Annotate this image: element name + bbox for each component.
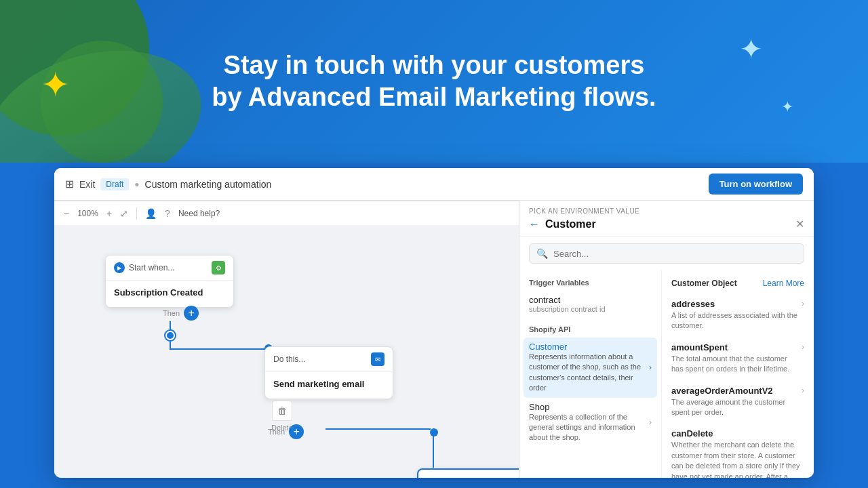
- amount-spent-chevron-icon: ›: [802, 342, 804, 352]
- panel-columns: Trigger Variables contract subscription …: [519, 270, 814, 478]
- addresses-chevron-icon: ›: [802, 299, 804, 308]
- zoom-out-icon[interactable]: −: [64, 208, 69, 219]
- person-icon[interactable]: 👤: [145, 208, 157, 219]
- delete-button[interactable]: 🗑: [272, 401, 292, 421]
- amount-spent-content: amountSpent The total amount that the cu…: [671, 342, 799, 375]
- learn-more-link[interactable]: Learn More: [763, 279, 804, 288]
- star-blue-large-icon: ✦: [739, 33, 763, 66]
- fit-icon[interactable]: ⤢: [120, 208, 128, 219]
- help-icon[interactable]: ?: [165, 208, 170, 219]
- customer-api-desc: Represents information about a customer …: [529, 352, 649, 394]
- start-node-header: ▶ Start when... ⚙: [106, 256, 233, 281]
- workflow-title: Custom marketing automation: [145, 179, 272, 190]
- app-window: ⊞ Exit Draft ● Custom marketing automati…: [54, 168, 814, 478]
- addresses-content: addresses A list of addresses associated…: [671, 299, 799, 331]
- amount-spent-item[interactable]: amountSpent The total amount that the cu…: [662, 337, 814, 380]
- zoom-in-icon[interactable]: +: [106, 208, 112, 219]
- panel-right-column: Customer Object Learn More addresses A l…: [662, 270, 814, 478]
- right-col-label: Customer Object: [671, 279, 737, 288]
- play-icon: ▶: [114, 262, 125, 273]
- panel-title-row: ← Customer ✕: [529, 218, 804, 230]
- do-node-label: Send marketing email: [273, 379, 384, 389]
- hero-section: ✦ ✦ ✦ Stay in touch with your customers …: [0, 0, 868, 163]
- do-node-title: Do this...: [273, 354, 305, 364]
- connector-dot-1: [165, 331, 175, 340]
- connector-dot-3: [430, 428, 438, 436]
- workflow-canvas: ▶ Start when... ⚙ Subscription Created T…: [54, 201, 519, 478]
- customer-api-item[interactable]: Customer Represents information about a …: [524, 338, 657, 398]
- turn-on-workflow-button[interactable]: Turn on workflow: [709, 174, 803, 195]
- avg-order-item[interactable]: averageOrderAmountV2 The average amount …: [662, 380, 814, 424]
- zoom-level: 100%: [77, 209, 98, 218]
- contract-var-name: contract: [529, 295, 652, 305]
- shop-api-desc: Represents a collection of the general s…: [529, 412, 649, 443]
- search-input[interactable]: [553, 249, 797, 259]
- back-arrow-icon[interactable]: ←: [529, 218, 540, 230]
- amount-spent-desc: The total amount that the customer has s…: [671, 354, 799, 375]
- can-delete-content: canDelete Whether the merchant can delet…: [671, 428, 804, 478]
- start-node-settings-icon[interactable]: ⚙: [212, 261, 225, 274]
- shop-api-content: Shop Represents a collection of the gene…: [529, 402, 649, 443]
- then-label-1: Then: [163, 309, 180, 317]
- start-node-title: ▶ Start when...: [114, 262, 174, 273]
- shop-chevron-icon: ›: [649, 418, 652, 427]
- shop-api-name: Shop: [529, 402, 649, 412]
- h-line-2: [326, 428, 431, 430]
- panel-back-title: ← Customer: [529, 218, 596, 230]
- then-connector-1: Then +: [163, 306, 199, 321]
- shopify-section-label: Shopify API: [519, 323, 661, 338]
- can-delete-desc: Whether the merchant can delete the cust…: [671, 440, 804, 478]
- avg-order-content: averageOrderAmountV2 The average amount …: [671, 386, 799, 418]
- exit-button[interactable]: Exit: [79, 179, 95, 190]
- start-node-body: Subscription Created: [106, 281, 233, 307]
- addresses-desc: A list of addresses associated with the …: [671, 310, 799, 331]
- bottom-divider: [136, 207, 137, 220]
- then-connector-2: Then +: [268, 424, 304, 439]
- add-step-1-button[interactable]: +: [184, 306, 199, 321]
- add-step-2-button[interactable]: +: [289, 424, 304, 439]
- addresses-item[interactable]: addresses A list of addresses associated…: [662, 293, 814, 337]
- do-node[interactable]: Do this... ✉ Send marketing email: [264, 346, 393, 399]
- hero-line2: by Advanced Email Marketing flows.: [212, 81, 656, 114]
- right-col-header: Customer Object Learn More: [662, 276, 814, 293]
- main-content: ▶ Start when... ⚙ Subscription Created T…: [54, 201, 814, 478]
- avg-order-desc: The average amount the customer spent pe…: [671, 397, 799, 418]
- panel-title: Customer: [545, 218, 596, 230]
- star-blue-tiny-icon: ✦: [781, 98, 793, 116]
- search-box: 🔍: [529, 243, 804, 264]
- bottom-bar: − 100% + ⤢ 👤 ? Need help?: [54, 201, 519, 225]
- then-label-2: Then: [268, 428, 285, 436]
- avg-order-name: averageOrderAmountV2: [671, 386, 799, 396]
- contract-var-item[interactable]: contract subscription contract id: [519, 291, 661, 317]
- shop-api-item[interactable]: Shop Represents a collection of the gene…: [519, 398, 661, 447]
- do-node-body: Send marketing email: [265, 372, 393, 399]
- customer-api-content: Customer Represents information about a …: [529, 342, 649, 394]
- panel-header: PICK AN ENVIRONMENT VALUE ← Customer ✕: [519, 201, 814, 237]
- right-panel: PICK AN ENVIRONMENT VALUE ← Customer ✕ 🔍…: [519, 201, 814, 478]
- start-node[interactable]: ▶ Start when... ⚙ Subscription Created: [105, 255, 234, 308]
- trigger-section-label: Trigger Variables: [519, 276, 661, 291]
- contract-var-sub: subscription contract id: [529, 305, 652, 313]
- check-node-header: Check if... ☑: [418, 470, 519, 478]
- do-node-header: Do this... ✉: [265, 347, 393, 372]
- toolbar: ⊞ Exit Draft ● Custom marketing automati…: [54, 168, 814, 201]
- check-node[interactable]: Check if... ☑ Select condition Then + Ot…: [417, 468, 519, 478]
- can-delete-item[interactable]: canDelete Whether the merchant can delet…: [662, 423, 814, 478]
- search-icon: 🔍: [536, 248, 548, 259]
- app-icon: ⊞: [65, 178, 74, 190]
- star-yellow-icon: ✦: [41, 64, 71, 105]
- panel-left-column: Trigger Variables contract subscription …: [519, 270, 662, 478]
- check-node-title: Check if...: [427, 477, 462, 478]
- draft-badge: Draft: [100, 178, 129, 190]
- customer-chevron-icon: ›: [649, 363, 652, 372]
- hero-line1: Stay in touch with your customers: [212, 49, 656, 82]
- panel-pick-label: PICK AN ENVIRONMENT VALUE: [529, 207, 804, 215]
- h-line-1: [170, 348, 268, 350]
- addresses-name: addresses: [671, 299, 799, 309]
- connector-line-3: [433, 428, 434, 468]
- separator-icon: ●: [134, 180, 139, 189]
- can-delete-name: canDelete: [671, 428, 804, 439]
- close-panel-icon[interactable]: ✕: [795, 218, 804, 230]
- help-label: Need help?: [178, 209, 220, 218]
- hero-headline: Stay in touch with your customers by Adv…: [212, 49, 656, 114]
